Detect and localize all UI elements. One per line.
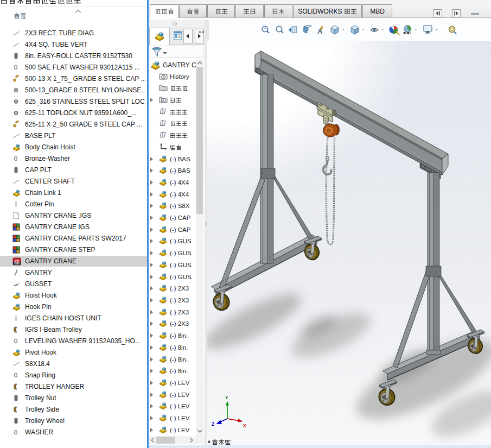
svg-text:SW: SW: [15, 259, 20, 262]
svg-text:A: A: [162, 99, 164, 102]
svg-text:2020: 2020: [14, 262, 20, 265]
svg-text:Y: Y: [225, 395, 228, 400]
svg-text:X: X: [243, 423, 246, 428]
svg-text:Z: Z: [212, 421, 214, 427]
